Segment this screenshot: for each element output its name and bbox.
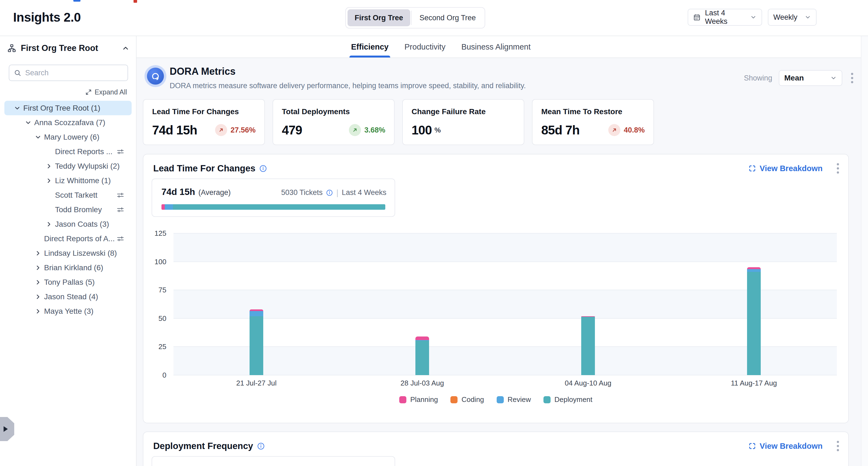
kebab-menu[interactable] <box>849 71 856 85</box>
play-triangle-icon <box>2 426 8 432</box>
delta-arrow-circle <box>608 124 620 136</box>
tree-item-label: Teddy Wylupski (2) <box>55 162 120 171</box>
tree-item-anna-scozzafava-7[interactable]: Anna Scozzafava (7) <box>4 115 132 130</box>
search-input[interactable] <box>25 69 123 77</box>
metric-card-change-failure-rate: Change Failure Rate100% <box>402 99 524 145</box>
tree-item-maya-yette-3[interactable]: Maya Yette (3) <box>4 304 132 318</box>
tab-business-alignment[interactable]: Business Alignment <box>461 36 531 58</box>
legend-item-coding[interactable]: Coding <box>451 396 484 404</box>
tree-item-jason-stead-4[interactable]: Jason Stead (4) <box>4 289 132 304</box>
sidebar-collapse-chevron[interactable] <box>122 45 129 52</box>
date-range-dropdown[interactable]: Last 4 Weeks <box>688 9 762 26</box>
aggregation-value: Mean <box>784 74 804 82</box>
view-breakdown-label: View Breakdown <box>760 442 823 451</box>
chart-legend: PlanningCodingReviewDeployment <box>144 396 848 404</box>
tree-item-jason-coats-3[interactable]: Jason Coats (3) <box>4 217 132 231</box>
metric-title: Change Failure Rate <box>411 107 515 116</box>
tree-item-teddy-wylupski-2[interactable]: Teddy Wylupski (2) <box>4 159 132 173</box>
legend-item-review[interactable]: Review <box>497 396 531 404</box>
gridline <box>174 375 837 375</box>
delta-value: 3.68% <box>364 126 385 135</box>
bar-21-jul-27-jul[interactable] <box>250 310 263 375</box>
legend-item-planning[interactable]: Planning <box>399 396 438 404</box>
top-bar: Insights 2.0 First Org TreeSecond Org Tr… <box>0 0 868 36</box>
granularity-dropdown[interactable]: Weekly <box>768 9 816 26</box>
chevron-right-icon[interactable] <box>34 264 41 271</box>
breakdown-expand-icon <box>748 164 756 173</box>
aggregation-dropdown[interactable]: Mean <box>779 70 842 86</box>
legend-item-deployment[interactable]: Deployment <box>544 396 592 404</box>
chevron-right-icon[interactable] <box>45 221 53 228</box>
filter-icon[interactable] <box>116 191 125 199</box>
average-qualifier: (Average) <box>198 188 231 197</box>
chevron-right-icon[interactable] <box>34 308 41 315</box>
bar-segment-deployment <box>415 341 429 375</box>
tree-item-first-org-tree-root-1[interactable]: First Org Tree Root (1) <box>4 101 132 115</box>
dora-metrics-icon <box>145 65 166 87</box>
kebab-menu[interactable] <box>835 439 841 453</box>
chevron-right-icon[interactable] <box>34 293 41 300</box>
info-icon[interactable] <box>326 189 333 196</box>
metric-value: 479 <box>282 123 302 138</box>
granularity-value: Weekly <box>773 13 797 22</box>
info-icon[interactable] <box>259 165 267 173</box>
tree-item-label: Anna Scozzafava (7) <box>34 118 105 127</box>
view-breakdown-button[interactable]: View Breakdown <box>748 164 823 173</box>
chevron-down-icon <box>830 75 837 81</box>
org-toggle-first-org-tree[interactable]: First Org Tree <box>347 9 410 26</box>
tree-item-label: Mary Lowery (6) <box>44 133 99 142</box>
tree-item-tony-pallas-5[interactable]: Tony Pallas (5) <box>4 275 132 289</box>
tab-productivity[interactable]: Productivity <box>404 36 445 58</box>
chevron-down-icon[interactable] <box>14 105 21 112</box>
kebab-menu[interactable] <box>835 162 841 175</box>
showing-controls: Showing Mean <box>744 70 856 86</box>
delta-badge: 27.56% <box>215 124 256 136</box>
delta-arrow-circle <box>349 124 361 136</box>
metric-title: Lead Time For Changes <box>152 107 256 116</box>
chevron-right-icon[interactable] <box>45 177 53 184</box>
tree-item-label: Liz Whittome (1) <box>55 176 111 185</box>
summary-row: 74d 15h (Average) 5030 Tickets | Last 4 … <box>161 187 386 197</box>
chevron-right-icon[interactable] <box>45 163 53 170</box>
bar-04-aug-10-aug[interactable] <box>581 316 595 375</box>
org-toggle-second-org-tree[interactable]: Second Org Tree <box>412 9 483 26</box>
tree-item-lindsay-liszewski-8[interactable]: Lindsay Liszewski (8) <box>4 246 132 260</box>
tree-item-direct-reports[interactable]: Direct Reports ... <box>4 144 132 159</box>
tree-item-scott-tarkett[interactable]: Scott Tarkett <box>4 188 132 202</box>
metric-value-row: 100% <box>411 123 515 138</box>
chevron-down-icon[interactable] <box>34 134 41 141</box>
info-icon[interactable] <box>257 442 265 450</box>
y-tick-label: 100 <box>144 257 166 266</box>
tree-item-label: Lindsay Liszewski (8) <box>44 249 117 258</box>
view-breakdown-button[interactable]: View Breakdown <box>748 442 823 451</box>
delta-badge: 3.68% <box>349 124 385 136</box>
filter-icon[interactable] <box>116 206 125 214</box>
tab-efficiency[interactable]: Efficiency <box>351 36 389 58</box>
delta-value: 27.56% <box>230 126 256 135</box>
tree-item-direct-reports-of-a[interactable]: Direct Reports of A... <box>4 231 132 246</box>
filter-icon[interactable] <box>116 148 125 156</box>
chevron-down-icon[interactable] <box>25 119 32 126</box>
main-content: DORA Metrics DORA metrics measure softwa… <box>136 58 868 466</box>
tree-item-todd-bromley[interactable]: Todd Bromley <box>4 202 132 217</box>
bar-11-aug-17-aug[interactable] <box>747 267 761 375</box>
sidebar: First Org Tree Root Expand All First Org… <box>0 36 136 466</box>
gridline <box>174 290 837 290</box>
bar-28-jul-03-aug[interactable] <box>415 337 429 375</box>
chevron-down-icon <box>805 14 811 21</box>
tree-item-brian-kirkland-6[interactable]: Brian Kirkland (6) <box>4 260 132 275</box>
metric-unit: % <box>435 126 441 135</box>
scrollbar-gutter[interactable] <box>861 36 868 466</box>
chevron-right-icon[interactable] <box>34 279 41 286</box>
tree-item-liz-whittome-1[interactable]: Liz Whittome (1) <box>4 173 132 188</box>
expand-all-button[interactable]: Expand All <box>85 88 127 96</box>
dora-section-description: DORA metrics measure software delivery p… <box>170 82 526 90</box>
gridline <box>174 346 837 347</box>
dora-icon-inner <box>147 68 164 85</box>
panel-title: Deployment Frequency <box>153 441 253 451</box>
tree-item-mary-lowery-6[interactable]: Mary Lowery (6) <box>4 130 132 144</box>
filter-icon[interactable] <box>116 235 125 243</box>
chevron-right-icon[interactable] <box>34 250 41 257</box>
summary-period: Last 4 Weeks <box>342 188 386 197</box>
view-breakdown-label: View Breakdown <box>760 164 823 173</box>
